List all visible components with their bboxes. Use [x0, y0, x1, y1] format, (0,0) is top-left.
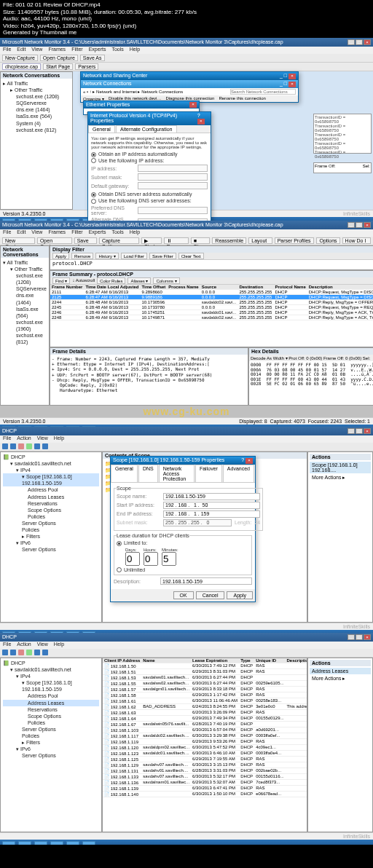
tree-policies[interactable]: Policies: [3, 733, 99, 739]
export-icon[interactable]: [34, 650, 40, 655]
radio-unlimited[interactable]: [117, 567, 122, 572]
col-header[interactable]: Frame Number: [50, 285, 84, 290]
load-filter-button[interactable]: Load Filter: [121, 253, 147, 259]
tree-proc[interactable]: dns.exe (1464): [3, 292, 47, 305]
close-icon[interactable]: ×: [197, 119, 205, 125]
saveas-button[interactable]: Save As: [74, 237, 97, 244]
table-row[interactable]: 📄 192.168.1.117savdaldc02.savilltech....…: [103, 733, 307, 738]
taskbar-icon[interactable]: [82, 841, 95, 845]
apply-button[interactable]: Apply: [52, 253, 69, 259]
help-icon[interactable]: ?: [241, 457, 244, 462]
ok-button[interactable]: OK: [173, 591, 194, 599]
close-btn[interactable]: ×: [364, 222, 371, 228]
table-row[interactable]: 📄 192.168.1.516/29/2013 8:31:03 PMDHCPRA…: [103, 668, 307, 674]
tree-proc[interactable]: svchost.exe (1208): [3, 93, 70, 100]
tree-srvopt[interactable]: Server Options: [3, 726, 99, 733]
tree-dhcp[interactable]: 📗 DHCP: [3, 660, 99, 666]
max-btn[interactable]: □: [356, 634, 363, 640]
menu-help[interactable]: Help: [54, 435, 64, 443]
table-row[interactable]: 📄 192.168.1.646/29/2013 7:49:34 PMDHCP00…: [103, 715, 307, 721]
table-row[interactable]: 📄 192.168.1.57savdalgm01.savilltech...6/…: [103, 686, 307, 692]
menu-filter[interactable]: Filter: [71, 47, 83, 54]
columns-button[interactable]: Columns ▾: [153, 277, 179, 284]
table-row[interactable]: 21256:28:47 AM 6/16/20139.98891860.0.0.0…: [50, 294, 373, 299]
menu-view[interactable]: View: [37, 435, 48, 443]
tab-advanced[interactable]: Advanced: [223, 465, 254, 482]
history-button[interactable]: History ▾: [95, 253, 118, 259]
tree-server[interactable]: ▾ savdaldc01.savilltech.net: [3, 666, 99, 673]
hex-pane[interactable]: 0000 FF FF FF FF FF FF 00 15 5D 01 yyyyy…: [249, 361, 373, 388]
tree-proc[interactable]: svchost.exe (812): [3, 127, 70, 133]
capture-settings-button[interactable]: Capture Settings: [99, 237, 139, 244]
tree-server[interactable]: ▾ savdaldc01.savilltech.net: [3, 460, 99, 467]
menu-edit[interactable]: Edit: [17, 229, 25, 237]
close-icon[interactable]: ×: [288, 82, 296, 87]
table-row[interactable]: 📄 192.168.1.1396/30/2013 6:47:41 PMDHCPR…: [103, 785, 307, 791]
taskbar-icon[interactable]: [18, 841, 31, 845]
menu-file[interactable]: File: [3, 435, 11, 443]
menu-action[interactable]: Action: [17, 435, 31, 443]
table-row[interactable]: 📄 192.168.1.1196/29/2013 9:53:26 PMDHCPR…: [103, 738, 307, 744]
close-icon[interactable]: ×: [246, 458, 253, 464]
taskbar-icon[interactable]: [50, 841, 63, 845]
table-row[interactable]: 22466:28:49 AM 6/16/201310.1745251savdal…: [50, 309, 373, 315]
tree-leases[interactable]: Address Leases: [3, 700, 99, 706]
tree-proc[interactable]: dns.exe (1464): [3, 106, 70, 113]
apply-button[interactable]: Apply: [227, 591, 253, 599]
menu-experts[interactable]: Experts: [89, 229, 106, 237]
minutes-input[interactable]: [162, 552, 176, 566]
tree-leases[interactable]: Address Leases: [3, 494, 99, 500]
saveas-button[interactable]: Save As: [80, 55, 105, 61]
max-icon[interactable]: □: [284, 81, 287, 86]
min-btn[interactable]: _: [348, 222, 355, 228]
taskbar-icon[interactable]: [66, 841, 79, 845]
tree-proc[interactable]: svchost.exe (1960): [3, 319, 47, 332]
aliases-button[interactable]: Aliases ▾: [127, 277, 151, 284]
clear-text-button[interactable]: Clear Text: [178, 253, 204, 259]
tab-general[interactable]: General: [111, 465, 138, 482]
max-btn[interactable]: □: [356, 222, 363, 228]
more-actions[interactable]: More Actions ▸: [310, 674, 371, 683]
find-button[interactable]: Find ▾: [52, 277, 70, 284]
menu-filter[interactable]: Filter: [71, 229, 83, 237]
hours-input[interactable]: [144, 552, 158, 566]
tree-proc[interactable]: System (4): [3, 120, 70, 127]
tree-scope[interactable]: ▾ Scope [192.168.1.0] 192.168.1.50-159: [3, 473, 99, 486]
tab-dhcplease[interactable]: dhcplease.cap: [2, 63, 41, 70]
min-btn[interactable]: _: [348, 634, 355, 640]
breadcrumb[interactable]: « • ↑ ▸ Network and Internet ▸ Network C…: [83, 89, 183, 95]
menu-help[interactable]: Help: [54, 642, 64, 649]
table-row[interactable]: 22486:28:49 AM 6/16/201310.1749871savdal…: [50, 315, 373, 320]
close-btn[interactable]: ×: [364, 39, 371, 45]
menu-tools[interactable]: Tools: [111, 229, 123, 237]
back-icon[interactable]: [2, 443, 8, 449]
tab-general[interactable]: General: [88, 125, 115, 133]
autoscroll-toggle[interactable]: ↓ Autoscroll: [72, 278, 95, 283]
tree-srvopt6[interactable]: Server Options: [3, 752, 99, 759]
menu-frames[interactable]: Frames: [48, 229, 66, 237]
tree-proc[interactable]: IsaSs.exe (564): [3, 113, 70, 119]
col-header[interactable]: Time Offset: [140, 285, 167, 290]
pause-button[interactable]: ⏸ Pause: [164, 237, 189, 244]
taskbar-icon[interactable]: [34, 841, 47, 845]
table-row[interactable]: 📄 192.168.1.133savdahv07.savilltech....6…: [103, 773, 307, 779]
options-button[interactable]: Options: [316, 237, 339, 244]
table-row[interactable]: 📄 192.168.1.123savdaldc01.savilltech....…: [103, 750, 307, 756]
desc-input[interactable]: [160, 577, 252, 585]
tree-ipv6[interactable]: ▾ IPv6: [3, 746, 99, 752]
forward-icon[interactable]: [10, 443, 16, 449]
tree-all-traffic[interactable]: ▸ All Traffic: [3, 80, 70, 87]
radio-limited[interactable]: [117, 541, 122, 546]
table-row[interactable]: 📄 192.168.1.67savdalwin05t76.savillt...6…: [103, 721, 307, 727]
menu-file[interactable]: File: [3, 229, 11, 237]
back-icon[interactable]: [2, 650, 8, 655]
table-row[interactable]: 📄 192.168.1.55savdalws02.savilltech...6/…: [103, 680, 307, 686]
open-capture-button[interactable]: Open Capture: [37, 237, 72, 244]
table-row[interactable]: 📄 192.168.1.136savdalnam01.savilltec...6…: [103, 779, 307, 785]
close-btn[interactable]: ×: [364, 634, 371, 640]
tree-srvopt6[interactable]: Server Options: [3, 546, 99, 553]
save-filter-button[interactable]: Save Filter: [149, 253, 176, 259]
delete-icon[interactable]: [18, 650, 24, 655]
tree-ipv4[interactable]: ▾ IPv4: [3, 467, 99, 473]
radio-auto-dns[interactable]: [91, 192, 96, 197]
